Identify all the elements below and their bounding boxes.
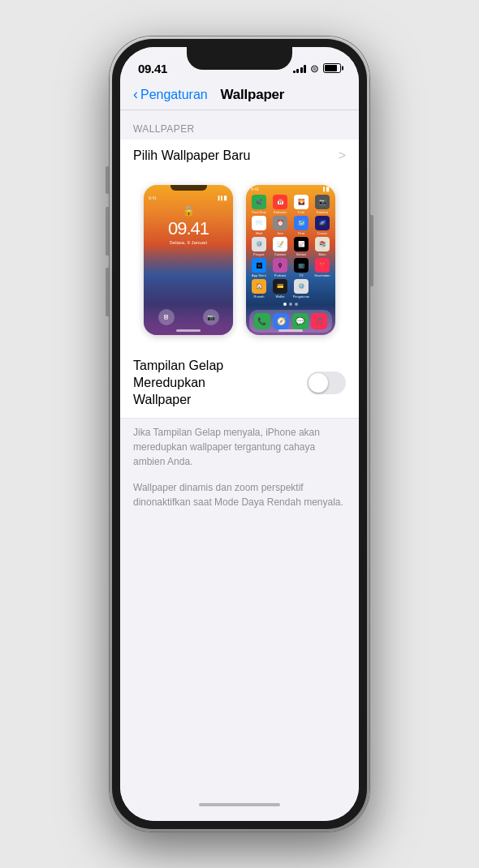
books-icon: 📚 — [315, 237, 330, 251]
nav-bar: ‹ Pengaturan Wallpaper — [120, 83, 359, 110]
toggle-thumb — [309, 373, 328, 393]
appstore-icon: 🅰 — [252, 258, 266, 273]
app-row-2: ✉️ Mail ⏰ Jam 🗺️ Peta — [249, 216, 332, 235]
app-row-3: ⚙️ Pengat. 📝 Catatan 📈 — [249, 237, 332, 256]
phone-inner: 09.41 ⊜ ‹ Pe — [112, 39, 367, 829]
screen: 09.41 ⊜ ‹ Pe — [120, 47, 359, 821]
home-indicator-area — [120, 795, 359, 821]
stocks-icon: 📈 — [294, 237, 309, 251]
home-screen-bg: 9:41 ▐▐▌ 📹 FaceTime — [246, 185, 335, 335]
dark-mode-section: Tampilan Gelap MeredupkanWallpaper — [120, 348, 359, 419]
mute-button[interactable] — [106, 166, 109, 194]
dark-mode-toggle[interactable] — [307, 372, 346, 394]
info-text-1: Jika Tampilan Gelap menyala, iPhone akan… — [133, 425, 346, 469]
app-row-1: 📹 FaceTime 📅 Kalender 🌄 — [249, 195, 332, 214]
volume-up-button[interactable] — [106, 207, 109, 256]
phone-dock-icon: 📞 — [254, 313, 270, 329]
status-icons: ⊜ — [293, 62, 342, 75]
info-text-2: Wallpaper dinamis dan zoom perspektif di… — [133, 480, 346, 509]
back-button[interactable]: ‹ Pengaturan — [133, 86, 208, 103]
chevron-right-icon: > — [339, 148, 346, 163]
appletv-icon: 📺 — [294, 258, 309, 273]
scroll-content[interactable]: WALLPAPER Pilih Wallpaper Baru > 9:41 — [120, 110, 359, 795]
settings-app-icon: ⚙️ — [252, 237, 266, 251]
podcast-icon: 🎙 — [273, 258, 287, 273]
page-title: Wallpaper — [208, 87, 297, 103]
calendar-icon: 📅 — [273, 195, 287, 209]
lock-preview-date: Selasa, 9 Januari — [170, 240, 207, 245]
signal-icon — [293, 63, 307, 73]
status-time: 09.41 — [138, 62, 167, 75]
pick-wallpaper-label: Pilih Wallpaper Baru — [133, 148, 339, 163]
section-label: WALLPAPER — [120, 110, 359, 140]
dark-mode-toggle-row[interactable]: Tampilan Gelap MeredupkanWallpaper — [120, 348, 359, 419]
notes-icon: 📝 — [273, 237, 287, 251]
home-app-icon: 🏠 — [252, 279, 266, 294]
power-button[interactable] — [370, 215, 373, 286]
cosmos-icon: 🌌 — [315, 216, 330, 230]
mail-icon: ✉️ — [252, 216, 266, 230]
flashlight-icon: ⛨ — [158, 309, 175, 325]
preview-time-status: 9:41 — [149, 196, 157, 200]
messages-dock-icon: 💬 — [292, 313, 309, 329]
lock-screen-bg: 9:41 ▐▐▐▌ 🔒 09.41 Selasa, 9 Januari ⛨ 📷 — [144, 185, 233, 335]
photos-icon: 🌄 — [294, 195, 309, 209]
page-dots — [246, 300, 335, 308]
dark-mode-label: Tampilan Gelap MeredupkanWallpaper — [133, 358, 307, 408]
safari-dock-icon: 🧭 — [273, 313, 289, 329]
app-row-5: 🏠 Rumah 💳 Wallet ⚙️ Pe — [249, 279, 332, 299]
preview-signal-status: ▐▐▐▌ — [217, 196, 228, 200]
preview-notch — [170, 185, 207, 191]
back-label: Pengaturan — [140, 88, 208, 102]
facetime-icon: 📹 — [252, 195, 266, 209]
phone-shell: 09.41 ⊜ ‹ Pe — [110, 37, 369, 831]
wallpaper-preview-section: 9:41 ▐▐▐▌ 🔒 09.41 Selasa, 9 Januari ⛨ 📷 — [120, 172, 359, 348]
pick-wallpaper-cell[interactable]: Pilih Wallpaper Baru > — [120, 140, 359, 172]
info-section-2: Wallpaper dinamis dan zoom perspektif di… — [120, 474, 359, 514]
app-row-4: 🅰 App Store 🎙 Podcast 📺 — [249, 258, 332, 277]
lock-preview-time: 09.41 — [168, 218, 209, 239]
camera-app-icon: 📷 — [315, 195, 330, 209]
lock-home-indicator — [176, 329, 201, 332]
wifi-icon: ⊜ — [310, 62, 319, 75]
wallet-icon: 💳 — [273, 279, 287, 294]
preview-status: 9:41 ▐▐▐▌ — [144, 194, 233, 202]
maps-icon: 🗺️ — [294, 216, 309, 230]
lock-screen-preview[interactable]: 9:41 ▐▐▐▌ 🔒 09.41 Selasa, 9 Januari ⛨ 📷 — [144, 185, 233, 335]
lock-icon: 🔒 — [183, 205, 195, 217]
bottom-spacer — [120, 514, 359, 547]
back-chevron-icon: ‹ — [133, 86, 138, 103]
health-icon: ❤️ — [315, 258, 330, 273]
notch — [187, 47, 292, 70]
music-dock-icon: 🎵 — [311, 313, 327, 329]
settings-2-icon: ⚙️ — [294, 279, 309, 294]
home-preview-status: 9:41 ▐▐▌ — [246, 185, 335, 193]
battery-fill — [325, 65, 337, 71]
lock-preview-bottom: ⛨ 📷 — [144, 309, 233, 325]
battery-icon — [323, 63, 341, 73]
volume-down-button[interactable] — [106, 268, 109, 316]
clock-icon: ⏰ — [273, 216, 287, 230]
info-section-1: Jika Tampilan Gelap menyala, iPhone akan… — [120, 419, 359, 474]
home-indicator-bar — [199, 803, 280, 806]
home-apps-grid: 📹 FaceTime 📅 Kalender 🌄 — [246, 193, 335, 300]
home-screen-preview[interactable]: 9:41 ▐▐▌ 📹 FaceTime — [246, 185, 335, 335]
camera-icon: 📷 — [203, 309, 219, 325]
home-indicator — [278, 329, 303, 332]
